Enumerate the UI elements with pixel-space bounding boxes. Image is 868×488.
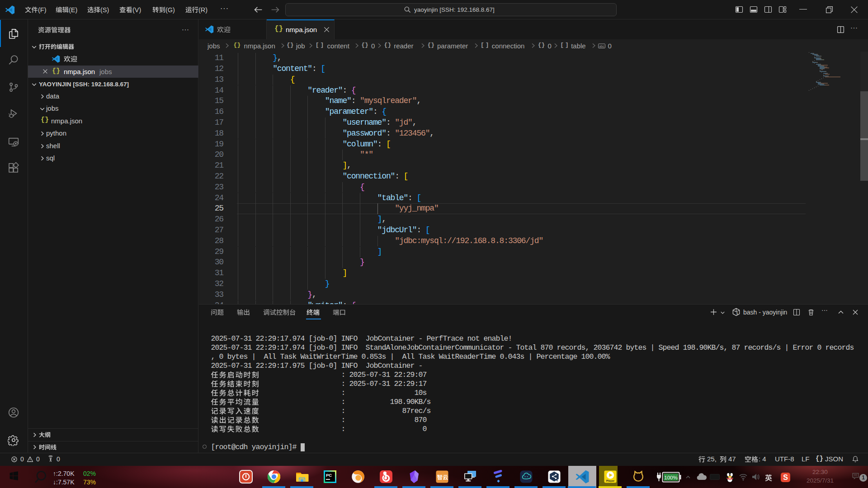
svg-text:Player: Player <box>606 479 615 482</box>
svg-text:100%: 100% <box>664 475 677 480</box>
svg-text:$: $ <box>736 312 738 315</box>
svg-text:PC: PC <box>326 473 332 478</box>
svg-text:abc: abc <box>599 45 604 48</box>
